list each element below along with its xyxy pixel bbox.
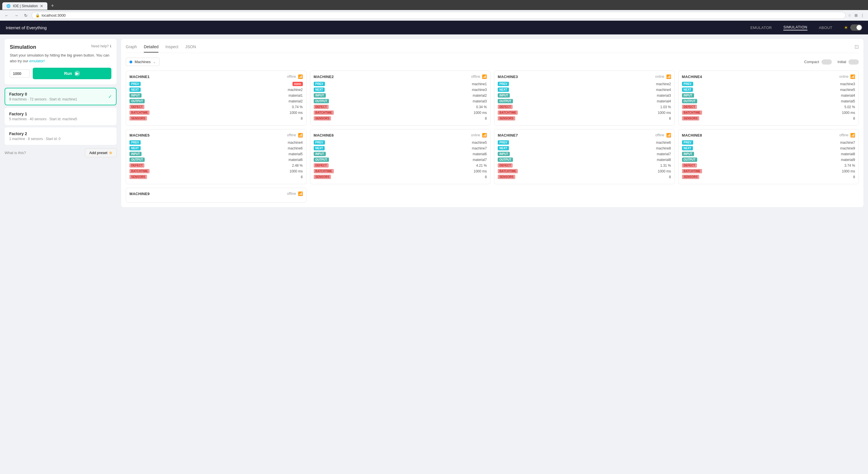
input-value-7: material7 — [657, 152, 671, 156]
nav-about[interactable]: ABOUT — [819, 26, 832, 30]
machines-dropdown[interactable]: Machines ⌄ — [126, 58, 160, 66]
machine-row-prev-3: PREV machine2 — [498, 82, 671, 86]
tab-json[interactable]: JSON — [185, 44, 196, 53]
machine-row-output-7: OUTPUT material8 — [498, 158, 671, 162]
machine-row-next-2: NEXT machine3 — [314, 88, 487, 92]
back-button[interactable]: ← — [3, 12, 10, 19]
output-badge-6: OUTPUT — [314, 158, 329, 162]
what-is-this[interactable]: What is this? — [5, 151, 26, 155]
machine-row-sensors-3: SENSORS 8 — [498, 116, 671, 121]
output-badge-4: OUTPUT — [682, 99, 697, 103]
output-value-6: material7 — [473, 158, 487, 162]
machine-header-8: MACHINE8 offline 📶 — [682, 133, 856, 137]
bookmark-button[interactable]: ☆ — [848, 13, 851, 18]
machine-row-batchtime-8: BATCHTIME 1000 ms — [682, 169, 856, 173]
initial-switch[interactable] — [848, 59, 859, 65]
machine-row-batchtime-6: BATCHTIME 1000 ms — [314, 169, 487, 173]
run-button[interactable]: Run ▶ — [33, 68, 112, 79]
factory-name-2: Factory 2 — [9, 131, 61, 136]
tab-title: IOE | Simulation — [13, 4, 38, 8]
compact-switch[interactable] — [822, 59, 832, 65]
browser-tab-active[interactable]: 🌐 IOE | Simulation ✕ — [2, 2, 48, 10]
output-badge-7: OUTPUT — [498, 158, 513, 162]
input-value-2: material2 — [473, 94, 487, 98]
machine-row-defect-2: DEFECT 0.34 % — [314, 105, 487, 109]
batchtime-value-1: 1000 ms — [289, 111, 303, 115]
machine-row-batchtime-2: BATCHTIME 1000 ms — [314, 110, 487, 115]
output-badge-3: OUTPUT — [498, 99, 513, 103]
machine-row-output-3: OUTPUT material4 — [498, 99, 671, 103]
tab-detailed[interactable]: Detailed — [144, 44, 158, 53]
status-text-3: online — [655, 74, 664, 78]
forward-button[interactable]: → — [12, 12, 20, 19]
machine-row-batchtime-3: BATCHTIME 1000 ms — [498, 110, 671, 115]
status-text-8: offline — [839, 133, 848, 137]
help-icon: ℹ — [110, 44, 112, 48]
batchtime-value-5: 1000 ms — [289, 169, 303, 173]
factory-item-0[interactable]: Factory 0 9 machines · 72 sensors · Star… — [5, 88, 117, 105]
factory-item-2[interactable]: Factory 2 1 machine · 8 sensors · Start … — [5, 127, 117, 145]
machine-row-output-4: OUTPUT material5 — [682, 99, 856, 103]
status-text-4: online — [839, 74, 848, 78]
machine-row-sensors-2: SENSORS 8 — [314, 116, 487, 121]
machine-name-9: MACHINE9 — [129, 192, 150, 196]
sensors-badge-8: SENSORS — [682, 175, 700, 179]
iteration-input[interactable] — [10, 69, 30, 78]
prev-value-3: machine2 — [656, 82, 671, 86]
nav-simulation[interactable]: SIMULATION — [783, 25, 807, 30]
next-badge-2: NEXT — [314, 88, 325, 92]
prev-badge-4: PREV — [682, 82, 693, 86]
input-badge-5: INPUT — [129, 152, 142, 156]
need-help-link[interactable]: Need help? ℹ — [91, 44, 112, 48]
emulator-link[interactable]: emulator! — [29, 59, 45, 63]
next-value-2: machine3 — [472, 88, 487, 92]
tab-graph[interactable]: Graph — [126, 44, 137, 53]
output-value-4: material5 — [841, 99, 855, 103]
reload-button[interactable]: ↻ — [22, 12, 29, 19]
panel-icon-button[interactable]: ⊡ — [855, 43, 859, 50]
sensors-value-5: 8 — [301, 175, 303, 179]
machine-row-prev-7: PREV machine6 — [498, 140, 671, 145]
factory-item-1[interactable]: Factory 1 5 machines · 40 sensors · Star… — [5, 107, 117, 125]
sim-description: Start your simulation by hitting the big… — [10, 53, 112, 64]
tab-inspect[interactable]: Inspect — [165, 44, 178, 53]
add-preset-button[interactable]: Add preset ⊕ — [85, 148, 117, 157]
theme-switch[interactable] — [850, 24, 862, 31]
defect-value-2: 0.34 % — [476, 105, 487, 109]
defect-badge-7: DEFECT — [498, 163, 513, 167]
machine-row-output-6: OUTPUT material7 — [314, 158, 487, 162]
tab-favicon: 🌐 — [6, 4, 11, 8]
machine-row-sensors-4: SENSORS 8 — [682, 116, 856, 121]
output-value-8: material9 — [841, 158, 855, 162]
sensors-value-1: 8 — [301, 117, 303, 121]
defect-value-3: 1.03 % — [660, 105, 671, 109]
menu-button[interactable]: ⋮ — [860, 12, 865, 19]
status-text-5: offline — [287, 133, 296, 137]
machine-header-3: MACHINE3 online 📶 — [498, 74, 671, 79]
prev-value-7: machine6 — [656, 140, 671, 145]
tab-close-button[interactable]: ✕ — [40, 4, 43, 8]
wifi-icon-8: 📶 — [850, 133, 855, 137]
machine-header-5: MACHINE5 offline 📶 — [129, 133, 303, 137]
input-badge-8: INPUT — [682, 152, 694, 156]
machine-name-1: MACHINE1 — [129, 74, 150, 79]
lock-icon: 🔒 — [35, 13, 40, 18]
machine-row-defect-4: DEFECT 5.02 % — [682, 105, 856, 109]
address-bar[interactable]: 🔒 localhost:3000 — [32, 12, 846, 19]
filter-row: Machines ⌄ Compact Initial — [126, 58, 859, 66]
machine-status-2: offline 📶 — [471, 74, 487, 79]
input-badge-2: INPUT — [314, 93, 326, 98]
input-value-3: material3 — [657, 94, 671, 98]
sun-icon: ☀ — [844, 25, 848, 30]
sensors-badge-5: SENSORS — [129, 175, 147, 179]
nav-emulator[interactable]: EMULATOR — [750, 26, 772, 30]
next-value-7: machine8 — [656, 146, 671, 150]
machine-name-4: MACHINE4 — [682, 74, 702, 79]
machine-name-7: MACHINE7 — [498, 133, 518, 137]
extensions-button[interactable]: ⊞ — [854, 12, 859, 19]
new-tab-button[interactable]: + — [49, 2, 56, 10]
factory-info-1: Factory 1 5 machines · 40 sensors · Star… — [9, 112, 77, 121]
machine-row-defect-8: DEFECT 3.74 % — [682, 163, 856, 167]
machine-row-sensors-5: SENSORS 8 — [129, 175, 303, 179]
defect-badge-8: DEFECT — [682, 163, 697, 167]
